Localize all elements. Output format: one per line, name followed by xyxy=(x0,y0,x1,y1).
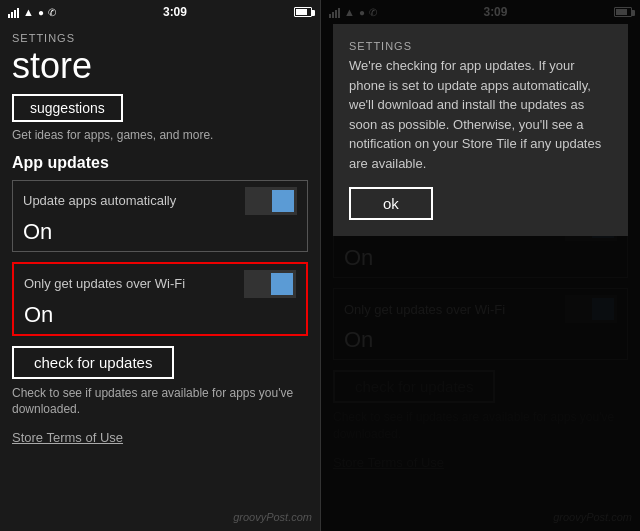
wifi-update-label: Only get updates over Wi-Fi xyxy=(24,276,185,291)
status-icons-left: ▲ ● ✆ xyxy=(8,6,56,18)
status-time-left: 3:09 xyxy=(163,5,187,19)
suggestions-button[interactable]: suggestions xyxy=(12,94,123,122)
settings-label-left: SETTINGS xyxy=(12,32,308,44)
battery-icon-left xyxy=(294,7,312,17)
signal-icon xyxy=(8,6,19,18)
auto-update-label: Update apps automatically xyxy=(23,193,176,208)
status-right-left xyxy=(294,7,312,17)
wifi-update-row: Only get updates over Wi-Fi xyxy=(24,270,296,298)
store-terms-left[interactable]: Store Terms of Use xyxy=(12,430,123,445)
status-bar-left: ▲ ● ✆ 3:09 xyxy=(0,0,320,24)
wifi-update-value: On xyxy=(24,302,296,328)
message-icon: ● xyxy=(38,7,44,18)
wifi-icon: ▲ xyxy=(23,6,34,18)
wifi-update-block: Only get updates over Wi-Fi On xyxy=(12,262,308,336)
ok-button[interactable]: ok xyxy=(349,187,433,220)
auto-update-value: On xyxy=(23,219,297,245)
dialog-text: We're checking for app updates. If your … xyxy=(349,56,612,173)
left-panel: ▲ ● ✆ 3:09 SETTINGS store suggestions Ge… xyxy=(0,0,320,531)
watermark-left: groovyPost.com xyxy=(233,511,312,523)
toggle-thumb-auto xyxy=(272,190,294,212)
left-content: SETTINGS store suggestions Get ideas for… xyxy=(0,24,320,454)
page-title-left: store xyxy=(12,46,308,86)
dialog-settings-label: SETTINGS xyxy=(349,40,612,52)
dialog-overlay: SETTINGS We're checking for app updates.… xyxy=(321,0,640,531)
right-panel: ▲ ● ✆ 3:09 SETTINGS Update apps automati… xyxy=(320,0,640,531)
app-updates-header: App updates xyxy=(12,154,308,172)
auto-update-toggle[interactable] xyxy=(245,187,297,215)
toggle-thumb-wifi xyxy=(271,273,293,295)
check-desc-left: Check to see if updates are available fo… xyxy=(12,385,308,419)
check-updates-button-left[interactable]: check for updates xyxy=(12,346,174,379)
auto-update-block: Update apps automatically On xyxy=(12,180,308,252)
dialog-box: SETTINGS We're checking for app updates.… xyxy=(333,24,628,236)
auto-update-row: Update apps automatically xyxy=(23,187,297,215)
suggestions-subtext: Get ideas for apps, games, and more. xyxy=(12,128,308,142)
wifi-update-toggle[interactable] xyxy=(244,270,296,298)
phone-icon: ✆ xyxy=(48,7,56,18)
